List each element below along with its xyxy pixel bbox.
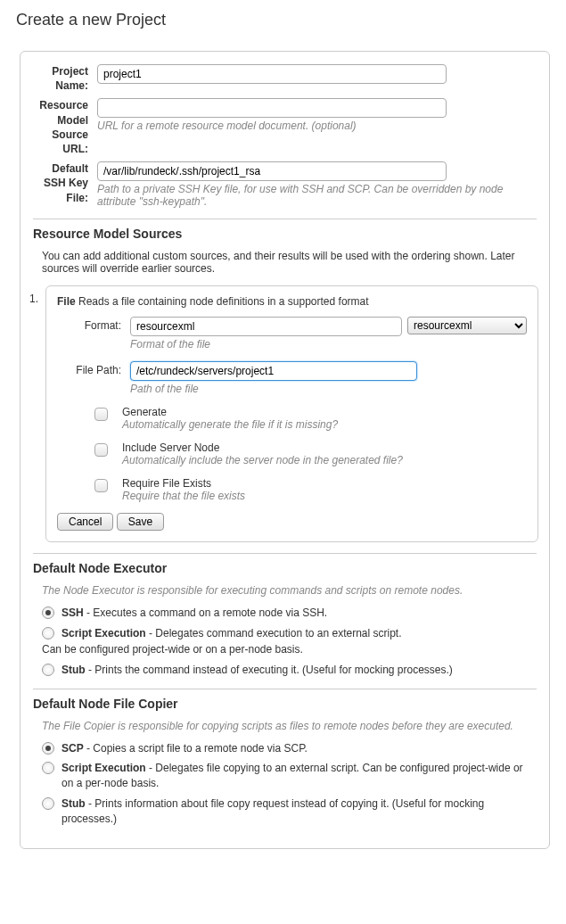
require-file-checkbox[interactable]	[94, 479, 108, 492]
divider	[33, 219, 537, 219]
file-path-input[interactable]	[130, 361, 417, 381]
executor-stub-radio[interactable]	[42, 664, 54, 676]
format-label: Format:	[57, 317, 130, 332]
include-server-help: Automatically include the server node in…	[122, 454, 403, 466]
copier-script-radio[interactable]	[42, 762, 54, 774]
executor-stub-text: Stub - Prints the command instead of exe…	[62, 663, 528, 678]
project-name-label: Project Name:	[33, 64, 97, 93]
copier-script-text: Script Execution - Delegates file copyin…	[62, 761, 528, 791]
require-file-help: Require that the file exists	[122, 490, 245, 502]
include-server-checkbox[interactable]	[94, 443, 108, 457]
source-header: File Reads a file containing node defini…	[57, 295, 527, 308]
executor-script-extra: Can be configured project-wide or on a p…	[42, 643, 528, 656]
executor-ssh-text: SSH - Executes a command on a remote nod…	[62, 606, 528, 621]
divider	[33, 689, 537, 689]
copier-stub-text: Stub - Prints information about file cop…	[62, 796, 528, 827]
copier-stub-radio[interactable]	[42, 797, 54, 810]
copier-scp-text: SCP - Copies a script file to a remote n…	[62, 741, 528, 756]
executor-heading: Default Node Executor	[33, 561, 537, 575]
copier-heading: Default Node File Copier	[33, 697, 537, 711]
resource-url-label: Resource Model Source URL:	[33, 98, 97, 156]
form-container: Project Name: Resource Model Source URL:…	[20, 51, 550, 849]
rms-desc: You can add additional custom sources, a…	[42, 250, 528, 275]
source-type-label: File	[57, 295, 76, 308]
executor-script-radio[interactable]	[42, 627, 54, 639]
generate-label: Generate	[122, 406, 338, 418]
divider	[33, 553, 537, 554]
generate-checkbox[interactable]	[94, 408, 108, 421]
ssh-key-help: Path to a private SSH Key file, for use …	[97, 183, 537, 208]
require-file-label: Require File Exists	[122, 477, 245, 490]
resource-url-help: URL for a remote resource model document…	[97, 120, 537, 132]
file-path-help: Path of the file	[130, 383, 527, 395]
format-help: Format of the file	[130, 338, 527, 351]
format-input[interactable]	[130, 317, 402, 336]
project-name-input[interactable]	[97, 64, 447, 84]
save-button[interactable]: Save	[117, 513, 164, 531]
format-select[interactable]: resourcexml	[407, 317, 527, 334]
copier-desc: The File Copier is responsible for copyi…	[42, 720, 528, 732]
executor-ssh-radio[interactable]	[42, 606, 54, 619]
rms-heading: Resource Model Sources	[33, 227, 537, 241]
source-type-desc: Reads a file containing node definitions…	[78, 295, 369, 308]
resource-url-input[interactable]	[97, 98, 447, 118]
include-server-label: Include Server Node	[122, 441, 403, 454]
cancel-button[interactable]: Cancel	[57, 513, 113, 531]
executor-script-text: Script Execution - Delegates command exe…	[62, 626, 528, 641]
ssh-key-label: Default SSH Key File:	[33, 161, 97, 205]
source-box: File Reads a file containing node defini…	[45, 285, 538, 542]
copier-scp-radio[interactable]	[42, 742, 54, 755]
executor-desc: The Node Executor is responsible for exe…	[42, 584, 528, 597]
ssh-key-input[interactable]	[97, 161, 447, 181]
generate-help: Automatically generate the file if it is…	[122, 418, 338, 431]
source-index: 1.	[21, 285, 45, 305]
page-title: Create a new Project	[16, 11, 550, 29]
file-path-label: File Path:	[57, 361, 130, 376]
